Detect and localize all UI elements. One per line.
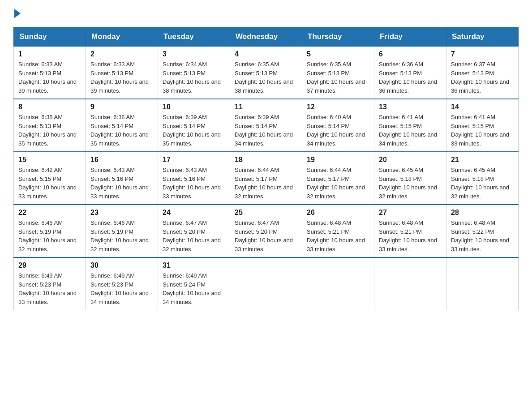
calendar-cell: 24 Sunrise: 6:47 AMSunset: 5:20 PMDaylig… bbox=[158, 205, 230, 257]
logo-arrow-icon bbox=[14, 9, 21, 18]
day-info: Sunrise: 6:47 AMSunset: 5:20 PMDaylight:… bbox=[163, 218, 225, 253]
logo bbox=[13, 9, 21, 18]
day-number: 15 bbox=[18, 156, 81, 164]
day-number: 22 bbox=[18, 209, 81, 217]
calendar-cell: 13 Sunrise: 6:41 AMSunset: 5:15 PMDaylig… bbox=[374, 99, 446, 152]
calendar-cell bbox=[302, 257, 374, 310]
calendar-cell: 28 Sunrise: 6:48 AMSunset: 5:22 PMDaylig… bbox=[446, 205, 519, 257]
day-info: Sunrise: 6:41 AMSunset: 5:15 PMDaylight:… bbox=[379, 113, 442, 148]
calendar-cell: 11 Sunrise: 6:39 AMSunset: 5:14 PMDaylig… bbox=[230, 99, 302, 152]
day-info: Sunrise: 6:45 AMSunset: 5:18 PMDaylight:… bbox=[379, 166, 442, 201]
calendar-week-row: 22 Sunrise: 6:46 AMSunset: 5:19 PMDaylig… bbox=[14, 205, 519, 257]
calendar-cell: 1 Sunrise: 6:33 AMSunset: 5:13 PMDayligh… bbox=[14, 46, 86, 99]
calendar-cell: 20 Sunrise: 6:45 AMSunset: 5:18 PMDaylig… bbox=[374, 152, 446, 205]
calendar-cell: 16 Sunrise: 6:43 AMSunset: 5:16 PMDaylig… bbox=[86, 152, 158, 205]
calendar-cell: 12 Sunrise: 6:40 AMSunset: 5:14 PMDaylig… bbox=[302, 99, 374, 152]
logo-blue-part bbox=[13, 9, 21, 18]
day-info: Sunrise: 6:40 AMSunset: 5:14 PMDaylight:… bbox=[307, 113, 369, 148]
day-number: 12 bbox=[307, 103, 369, 111]
weekday-header-thursday: Thursday bbox=[302, 27, 374, 46]
day-info: Sunrise: 6:44 AMSunset: 5:17 PMDaylight:… bbox=[235, 166, 297, 201]
calendar-table: SundayMondayTuesdayWednesdayThursdayFrid… bbox=[13, 27, 519, 310]
day-info: Sunrise: 6:49 AMSunset: 5:23 PMDaylight:… bbox=[90, 271, 153, 306]
day-number: 24 bbox=[163, 209, 225, 217]
calendar-week-row: 15 Sunrise: 6:42 AMSunset: 5:15 PMDaylig… bbox=[14, 152, 519, 205]
day-number: 11 bbox=[235, 103, 297, 111]
day-number: 4 bbox=[235, 50, 297, 58]
day-number: 29 bbox=[18, 261, 81, 270]
weekday-header-wednesday: Wednesday bbox=[230, 27, 302, 46]
day-number: 30 bbox=[90, 261, 153, 270]
calendar-cell: 6 Sunrise: 6:36 AMSunset: 5:13 PMDayligh… bbox=[374, 46, 446, 99]
day-number: 31 bbox=[163, 261, 225, 270]
calendar-cell: 4 Sunrise: 6:35 AMSunset: 5:13 PMDayligh… bbox=[230, 46, 302, 99]
calendar-cell: 5 Sunrise: 6:35 AMSunset: 5:13 PMDayligh… bbox=[302, 46, 374, 99]
calendar-cell: 25 Sunrise: 6:47 AMSunset: 5:20 PMDaylig… bbox=[230, 205, 302, 257]
day-number: 7 bbox=[451, 50, 514, 58]
calendar-cell: 31 Sunrise: 6:49 AMSunset: 5:24 PMDaylig… bbox=[158, 257, 230, 310]
calendar-cell: 27 Sunrise: 6:48 AMSunset: 5:21 PMDaylig… bbox=[374, 205, 446, 257]
day-info: Sunrise: 6:48 AMSunset: 5:21 PMDaylight:… bbox=[379, 218, 442, 253]
day-info: Sunrise: 6:46 AMSunset: 5:19 PMDaylight:… bbox=[18, 218, 81, 253]
day-number: 26 bbox=[307, 209, 369, 217]
day-number: 14 bbox=[451, 103, 514, 111]
day-number: 16 bbox=[90, 156, 153, 164]
calendar-cell: 17 Sunrise: 6:43 AMSunset: 5:16 PMDaylig… bbox=[158, 152, 230, 205]
calendar-cell: 9 Sunrise: 6:38 AMSunset: 5:14 PMDayligh… bbox=[86, 99, 158, 152]
day-info: Sunrise: 6:49 AMSunset: 5:23 PMDaylight:… bbox=[18, 271, 81, 306]
calendar-cell: 10 Sunrise: 6:39 AMSunset: 5:14 PMDaylig… bbox=[158, 99, 230, 152]
calendar-cell: 22 Sunrise: 6:46 AMSunset: 5:19 PMDaylig… bbox=[14, 205, 86, 257]
day-number: 3 bbox=[163, 50, 225, 58]
day-number: 6 bbox=[379, 50, 442, 58]
calendar-cell: 8 Sunrise: 6:38 AMSunset: 5:13 PMDayligh… bbox=[14, 99, 86, 152]
day-number: 23 bbox=[90, 209, 153, 217]
calendar-week-row: 1 Sunrise: 6:33 AMSunset: 5:13 PMDayligh… bbox=[14, 46, 519, 99]
day-info: Sunrise: 6:34 AMSunset: 5:13 PMDaylight:… bbox=[163, 60, 225, 95]
weekday-header-tuesday: Tuesday bbox=[158, 27, 230, 46]
day-number: 9 bbox=[90, 103, 153, 111]
calendar-cell: 30 Sunrise: 6:49 AMSunset: 5:23 PMDaylig… bbox=[86, 257, 158, 310]
calendar-week-row: 8 Sunrise: 6:38 AMSunset: 5:13 PMDayligh… bbox=[14, 99, 519, 152]
day-info: Sunrise: 6:46 AMSunset: 5:19 PMDaylight:… bbox=[90, 218, 153, 253]
day-info: Sunrise: 6:38 AMSunset: 5:14 PMDaylight:… bbox=[90, 113, 153, 148]
weekday-header-saturday: Saturday bbox=[446, 27, 519, 46]
weekday-header-sunday: Sunday bbox=[14, 27, 86, 46]
day-info: Sunrise: 6:37 AMSunset: 5:13 PMDaylight:… bbox=[451, 60, 514, 95]
calendar-header-row: SundayMondayTuesdayWednesdayThursdayFrid… bbox=[14, 27, 519, 46]
day-info: Sunrise: 6:36 AMSunset: 5:13 PMDaylight:… bbox=[379, 60, 442, 95]
calendar-cell: 7 Sunrise: 6:37 AMSunset: 5:13 PMDayligh… bbox=[446, 46, 519, 99]
day-info: Sunrise: 6:44 AMSunset: 5:17 PMDaylight:… bbox=[307, 166, 369, 201]
day-number: 19 bbox=[307, 156, 369, 164]
day-info: Sunrise: 6:38 AMSunset: 5:13 PMDaylight:… bbox=[18, 113, 81, 148]
calendar-cell: 21 Sunrise: 6:45 AMSunset: 5:18 PMDaylig… bbox=[446, 152, 519, 205]
calendar-cell: 3 Sunrise: 6:34 AMSunset: 5:13 PMDayligh… bbox=[158, 46, 230, 99]
day-number: 18 bbox=[235, 156, 297, 164]
day-info: Sunrise: 6:43 AMSunset: 5:16 PMDaylight:… bbox=[90, 166, 153, 201]
day-number: 2 bbox=[90, 50, 153, 58]
calendar-cell: 23 Sunrise: 6:46 AMSunset: 5:19 PMDaylig… bbox=[86, 205, 158, 257]
calendar-cell bbox=[374, 257, 446, 310]
day-info: Sunrise: 6:33 AMSunset: 5:13 PMDaylight:… bbox=[18, 60, 81, 95]
day-info: Sunrise: 6:45 AMSunset: 5:18 PMDaylight:… bbox=[451, 166, 514, 201]
day-number: 10 bbox=[163, 103, 225, 111]
day-info: Sunrise: 6:35 AMSunset: 5:13 PMDaylight:… bbox=[235, 60, 297, 95]
day-number: 28 bbox=[451, 209, 514, 217]
day-number: 5 bbox=[307, 50, 369, 58]
day-info: Sunrise: 6:35 AMSunset: 5:13 PMDaylight:… bbox=[307, 60, 369, 95]
weekday-header-monday: Monday bbox=[86, 27, 158, 46]
calendar-cell: 15 Sunrise: 6:42 AMSunset: 5:15 PMDaylig… bbox=[14, 152, 86, 205]
calendar-cell: 19 Sunrise: 6:44 AMSunset: 5:17 PMDaylig… bbox=[302, 152, 374, 205]
day-number: 20 bbox=[379, 156, 442, 164]
calendar-cell: 14 Sunrise: 6:41 AMSunset: 5:15 PMDaylig… bbox=[446, 99, 519, 152]
day-info: Sunrise: 6:39 AMSunset: 5:14 PMDaylight:… bbox=[235, 113, 297, 148]
day-info: Sunrise: 6:47 AMSunset: 5:20 PMDaylight:… bbox=[235, 218, 297, 253]
calendar-cell bbox=[230, 257, 302, 310]
day-number: 27 bbox=[379, 209, 442, 217]
calendar-cell: 2 Sunrise: 6:33 AMSunset: 5:13 PMDayligh… bbox=[86, 46, 158, 99]
day-info: Sunrise: 6:43 AMSunset: 5:16 PMDaylight:… bbox=[163, 166, 225, 201]
calendar-cell: 18 Sunrise: 6:44 AMSunset: 5:17 PMDaylig… bbox=[230, 152, 302, 205]
day-info: Sunrise: 6:48 AMSunset: 5:21 PMDaylight:… bbox=[307, 218, 369, 253]
day-info: Sunrise: 6:41 AMSunset: 5:15 PMDaylight:… bbox=[451, 113, 514, 148]
day-number: 13 bbox=[379, 103, 442, 111]
day-info: Sunrise: 6:33 AMSunset: 5:13 PMDaylight:… bbox=[90, 60, 153, 95]
